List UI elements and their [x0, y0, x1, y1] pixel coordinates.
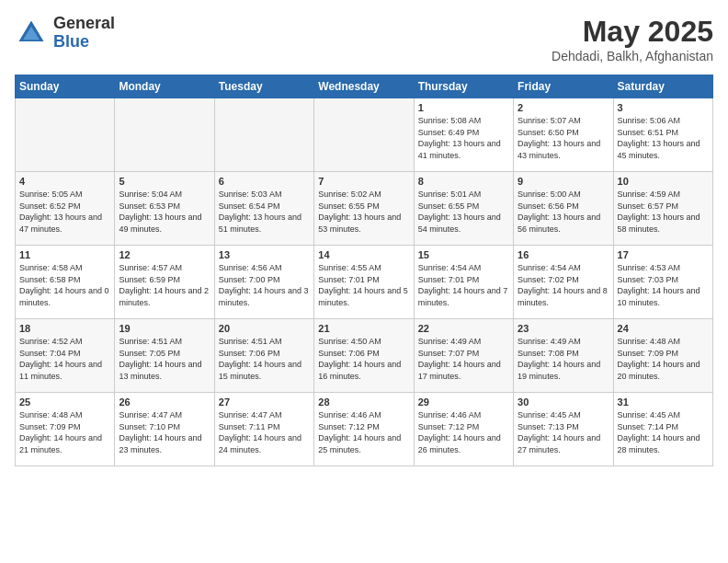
day-info: Sunrise: 4:57 AMSunset: 6:59 PMDaylight:…	[119, 262, 210, 308]
day-number: 20	[219, 323, 310, 334]
day-number: 28	[318, 396, 409, 408]
day-number: 12	[119, 249, 210, 260]
day-info: Sunrise: 5:06 AMSunset: 6:51 PMDaylight:…	[618, 115, 709, 161]
day-number: 26	[119, 396, 210, 408]
calendar-cell	[214, 98, 313, 172]
day-number: 11	[19, 249, 110, 260]
calendar-cell: 20Sunrise: 4:51 AMSunset: 7:06 PMDayligh…	[214, 319, 313, 393]
day-info: Sunrise: 4:45 AMSunset: 7:13 PMDaylight:…	[518, 409, 609, 455]
day-info: Sunrise: 4:55 AMSunset: 7:01 PMDaylight:…	[318, 262, 409, 308]
title-block: May 2025 Dehdadi, Balkh, Afghanistan	[552, 15, 713, 63]
day-info: Sunrise: 5:04 AMSunset: 6:53 PMDaylight:…	[119, 189, 210, 235]
day-info: Sunrise: 4:49 AMSunset: 7:07 PMDaylight:…	[418, 336, 509, 382]
day-number: 9	[518, 176, 609, 187]
calendar-cell: 6Sunrise: 5:03 AMSunset: 6:54 PMDaylight…	[214, 172, 313, 246]
calendar-cell: 11Sunrise: 4:58 AMSunset: 6:58 PMDayligh…	[16, 246, 115, 319]
day-number: 22	[418, 323, 509, 334]
day-info: Sunrise: 4:47 AMSunset: 7:11 PMDaylight:…	[219, 409, 310, 455]
day-number: 14	[318, 249, 409, 260]
calendar-table: SundayMondayTuesdayWednesdayThursdayFrid…	[15, 75, 713, 466]
day-number: 5	[119, 176, 210, 187]
day-number: 1	[418, 102, 509, 113]
day-info: Sunrise: 4:46 AMSunset: 7:12 PMDaylight:…	[418, 409, 509, 455]
calendar-week-5: 25Sunrise: 4:48 AMSunset: 7:09 PMDayligh…	[16, 393, 713, 466]
day-number: 17	[618, 249, 709, 260]
day-info: Sunrise: 5:01 AMSunset: 6:55 PMDaylight:…	[418, 189, 509, 235]
calendar-cell: 28Sunrise: 4:46 AMSunset: 7:12 PMDayligh…	[314, 393, 414, 466]
day-info: Sunrise: 4:47 AMSunset: 7:10 PMDaylight:…	[119, 409, 210, 455]
day-info: Sunrise: 5:05 AMSunset: 6:52 PMDaylight:…	[19, 189, 110, 235]
calendar-cell: 4Sunrise: 5:05 AMSunset: 6:52 PMDaylight…	[16, 172, 115, 246]
day-info: Sunrise: 4:58 AMSunset: 6:58 PMDaylight:…	[19, 262, 110, 308]
day-info: Sunrise: 4:56 AMSunset: 7:00 PMDaylight:…	[219, 262, 310, 308]
weekday-header-saturday: Saturday	[613, 75, 712, 98]
calendar-week-1: 1Sunrise: 5:08 AMSunset: 6:49 PMDaylight…	[16, 98, 713, 172]
calendar-week-3: 11Sunrise: 4:58 AMSunset: 6:58 PMDayligh…	[16, 246, 713, 319]
logo-general: General	[53, 15, 115, 33]
logo-blue: Blue	[53, 33, 115, 52]
day-number: 31	[618, 396, 709, 408]
calendar-cell: 21Sunrise: 4:50 AMSunset: 7:06 PMDayligh…	[314, 319, 414, 393]
calendar-cell: 9Sunrise: 5:00 AMSunset: 6:56 PMDaylight…	[514, 172, 613, 246]
day-number: 21	[318, 323, 409, 334]
calendar-cell: 3Sunrise: 5:06 AMSunset: 6:51 PMDaylight…	[613, 98, 712, 172]
day-number: 10	[618, 176, 709, 187]
day-info: Sunrise: 5:08 AMSunset: 6:49 PMDaylight:…	[418, 115, 509, 161]
day-info: Sunrise: 5:07 AMSunset: 6:50 PMDaylight:…	[518, 115, 609, 161]
calendar-cell	[16, 98, 115, 172]
day-info: Sunrise: 5:02 AMSunset: 6:55 PMDaylight:…	[318, 189, 409, 235]
day-number: 6	[219, 176, 310, 187]
calendar-cell: 16Sunrise: 4:54 AMSunset: 7:02 PMDayligh…	[514, 246, 613, 319]
day-number: 27	[219, 396, 310, 408]
calendar-cell: 12Sunrise: 4:57 AMSunset: 6:59 PMDayligh…	[115, 246, 214, 319]
calendar-cell: 29Sunrise: 4:46 AMSunset: 7:12 PMDayligh…	[414, 393, 513, 466]
day-info: Sunrise: 5:00 AMSunset: 6:56 PMDaylight:…	[518, 189, 609, 235]
logo: General Blue	[15, 15, 115, 52]
day-info: Sunrise: 4:48 AMSunset: 7:09 PMDaylight:…	[19, 409, 110, 455]
day-number: 15	[418, 249, 509, 260]
day-info: Sunrise: 4:51 AMSunset: 7:05 PMDaylight:…	[119, 336, 210, 382]
calendar-cell: 23Sunrise: 4:49 AMSunset: 7:08 PMDayligh…	[514, 319, 613, 393]
calendar-body: 1Sunrise: 5:08 AMSunset: 6:49 PMDaylight…	[16, 98, 713, 466]
day-number: 29	[418, 396, 509, 408]
day-info: Sunrise: 4:51 AMSunset: 7:06 PMDaylight:…	[219, 336, 310, 382]
day-info: Sunrise: 4:49 AMSunset: 7:08 PMDaylight:…	[518, 336, 609, 382]
day-number: 24	[618, 323, 709, 334]
calendar-title: May 2025	[552, 15, 713, 49]
day-info: Sunrise: 4:46 AMSunset: 7:12 PMDaylight:…	[318, 409, 409, 455]
day-number: 8	[418, 176, 509, 187]
page-header: General Blue May 2025 Dehdadi, Balkh, Af…	[15, 15, 713, 63]
calendar-cell: 15Sunrise: 4:54 AMSunset: 7:01 PMDayligh…	[414, 246, 513, 319]
day-info: Sunrise: 4:48 AMSunset: 7:09 PMDaylight:…	[618, 336, 709, 382]
day-number: 19	[119, 323, 210, 334]
calendar-cell: 25Sunrise: 4:48 AMSunset: 7:09 PMDayligh…	[16, 393, 115, 466]
day-number: 2	[518, 102, 609, 113]
weekday-header-sunday: Sunday	[16, 75, 115, 98]
weekday-header-wednesday: Wednesday	[314, 75, 414, 98]
calendar-cell: 13Sunrise: 4:56 AMSunset: 7:00 PMDayligh…	[214, 246, 313, 319]
day-info: Sunrise: 4:53 AMSunset: 7:03 PMDaylight:…	[618, 262, 709, 308]
calendar-cell: 2Sunrise: 5:07 AMSunset: 6:50 PMDaylight…	[514, 98, 613, 172]
day-number: 7	[318, 176, 409, 187]
day-info: Sunrise: 4:52 AMSunset: 7:04 PMDaylight:…	[19, 336, 110, 382]
weekday-header-monday: Monday	[115, 75, 214, 98]
day-info: Sunrise: 4:50 AMSunset: 7:06 PMDaylight:…	[318, 336, 409, 382]
calendar-cell: 10Sunrise: 4:59 AMSunset: 6:57 PMDayligh…	[613, 172, 712, 246]
day-info: Sunrise: 4:54 AMSunset: 7:01 PMDaylight:…	[418, 262, 509, 308]
calendar-cell: 5Sunrise: 5:04 AMSunset: 6:53 PMDaylight…	[115, 172, 214, 246]
calendar-cell: 14Sunrise: 4:55 AMSunset: 7:01 PMDayligh…	[314, 246, 414, 319]
day-number: 4	[19, 176, 110, 187]
calendar-cell	[314, 98, 414, 172]
calendar-subtitle: Dehdadi, Balkh, Afghanistan	[552, 49, 713, 63]
calendar-cell	[115, 98, 214, 172]
weekday-header-friday: Friday	[514, 75, 613, 98]
calendar-cell: 17Sunrise: 4:53 AMSunset: 7:03 PMDayligh…	[613, 246, 712, 319]
day-number: 13	[219, 249, 310, 260]
weekday-header-thursday: Thursday	[414, 75, 513, 98]
weekday-header-row: SundayMondayTuesdayWednesdayThursdayFrid…	[16, 75, 713, 98]
day-number: 30	[518, 396, 609, 408]
day-number: 3	[618, 102, 709, 113]
day-number: 25	[19, 396, 110, 408]
calendar-cell: 24Sunrise: 4:48 AMSunset: 7:09 PMDayligh…	[613, 319, 712, 393]
calendar-cell: 19Sunrise: 4:51 AMSunset: 7:05 PMDayligh…	[115, 319, 214, 393]
